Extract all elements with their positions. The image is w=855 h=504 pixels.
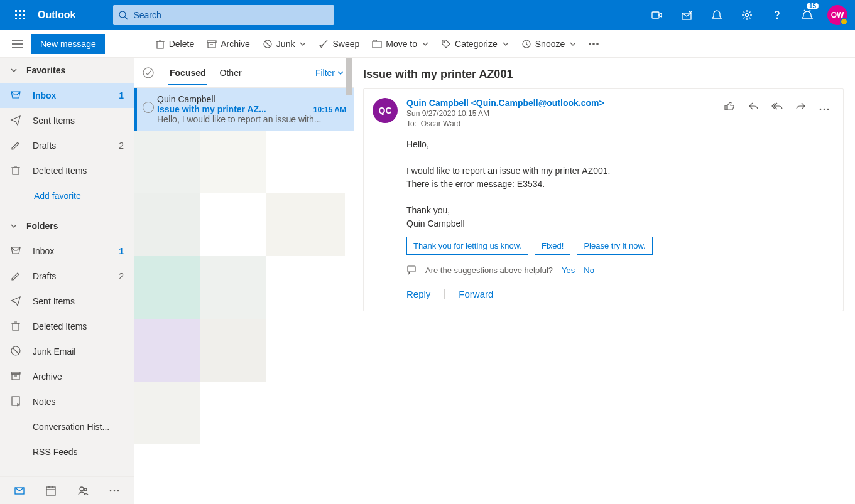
svg-point-51	[824, 108, 825, 110]
app-launcher-icon[interactable]	[5, 0, 35, 30]
svg-point-44	[84, 488, 87, 491]
suggested-reply-button[interactable]: Thank you for letting us know.	[406, 237, 528, 255]
svg-rect-8	[23, 18, 25, 19]
favorites-header[interactable]: Favorites	[0, 58, 134, 83]
help-icon[interactable]	[762, 0, 792, 30]
svg-rect-3	[15, 14, 17, 16]
svg-rect-4	[19, 14, 21, 16]
sender-avatar[interactable]: QC	[373, 98, 398, 123]
notifications-icon[interactable]	[702, 0, 732, 30]
calendar-module-icon[interactable]	[41, 485, 61, 496]
meet-now-badge: 15	[807, 3, 819, 9]
svg-point-13	[746, 14, 749, 17]
new-message-button[interactable]: New message	[31, 34, 105, 54]
message-subject: Issue with my printer AZ...	[157, 104, 308, 114]
nav-item-junk-email[interactable]: Junk Email	[0, 339, 134, 364]
account-avatar[interactable]: OW	[827, 5, 847, 25]
svg-rect-7	[19, 18, 21, 19]
svg-point-43	[80, 487, 84, 491]
svg-line-23	[265, 41, 270, 46]
svg-rect-11	[652, 12, 659, 18]
list-scrollbar[interactable]	[345, 58, 354, 504]
settings-icon[interactable]	[732, 0, 762, 30]
svg-point-47	[117, 490, 119, 491]
outlook-premium-icon[interactable]	[672, 0, 702, 30]
search-input[interactable]	[133, 10, 329, 20]
teams-call-icon[interactable]	[641, 0, 672, 30]
reading-pane: Issue with my printer AZ001 QC Quin Camp…	[354, 58, 855, 504]
nav-item-drafts[interactable]: Drafts2	[0, 133, 134, 158]
suggested-reply-button[interactable]: Please try it now.	[577, 237, 652, 255]
svg-rect-18	[157, 41, 163, 48]
svg-point-9	[119, 11, 126, 18]
archive-button[interactable]: Archive	[200, 30, 256, 58]
helpful-no-link[interactable]: No	[584, 265, 594, 275]
send-icon	[10, 114, 21, 127]
nav-item-archive[interactable]: Archive	[0, 364, 134, 389]
message-to: To: Oscar Ward	[406, 119, 712, 128]
message-body: Hello, I would like to report an issue w…	[406, 138, 832, 230]
snooze-button[interactable]: Snooze	[515, 30, 582, 58]
svg-point-25	[444, 41, 445, 43]
search-icon	[118, 10, 128, 20]
chevron-down-icon	[10, 67, 18, 74]
nav-item-drafts[interactable]: Drafts2	[0, 264, 134, 289]
nav-item-rss-feeds[interactable]: RSS Feeds	[0, 439, 134, 464]
svg-rect-35	[12, 374, 19, 380]
nav-item-label: Conversation Hist...	[33, 422, 109, 432]
reply-icon[interactable]	[745, 98, 761, 116]
suggested-reply-button[interactable]: Fixed!	[535, 237, 570, 255]
nav-item-sent-items[interactable]: Sent Items	[0, 108, 134, 133]
nav-item-inbox[interactable]: Inbox1	[0, 83, 134, 108]
svg-rect-5	[23, 14, 25, 16]
nav-item-sent-items[interactable]: Sent Items	[0, 289, 134, 314]
search-box[interactable]	[113, 5, 334, 25]
svg-rect-24	[373, 41, 381, 48]
reply-link[interactable]: Reply	[406, 289, 430, 299]
select-all-checkbox[interactable]	[142, 67, 155, 79]
add-favorite-link[interactable]: Add favorite	[0, 183, 134, 208]
nav-item-notes[interactable]: Notes	[0, 389, 134, 414]
nav-item-deleted-items[interactable]: Deleted Items	[0, 158, 134, 183]
app-brand[interactable]: Outlook	[38, 9, 75, 21]
nav-item-label: Deleted Items	[33, 166, 87, 176]
hamburger-icon[interactable]	[5, 30, 30, 58]
filter-button[interactable]: Filter	[315, 68, 344, 78]
junk-button[interactable]: Junk	[256, 30, 313, 58]
feedback-icon	[406, 265, 417, 275]
nav-item-inbox[interactable]: Inbox1	[0, 239, 134, 264]
more-actions-icon[interactable]	[582, 30, 605, 58]
helpful-yes-link[interactable]: Yes	[562, 265, 575, 275]
tab-focused[interactable]: Focused	[168, 60, 207, 85]
chevron-down-icon	[570, 41, 576, 47]
note-icon	[10, 395, 21, 409]
meet-now-icon[interactable]: 15	[792, 0, 822, 30]
nav-item-conversation-hist-[interactable]: Conversation Hist...	[0, 414, 134, 439]
forward-icon[interactable]	[793, 98, 809, 116]
svg-point-46	[114, 490, 116, 491]
tab-other[interactable]: Other	[219, 60, 243, 85]
message-list-item[interactable]: Quin Campbell Issue with my printer AZ..…	[134, 88, 354, 131]
draft-icon	[10, 270, 21, 283]
svg-rect-6	[15, 18, 17, 19]
reply-all-icon[interactable]	[769, 98, 785, 116]
svg-rect-39	[46, 487, 55, 495]
move-to-button[interactable]: Move to	[366, 30, 435, 58]
svg-point-45	[110, 490, 112, 491]
folders-header[interactable]: Folders	[0, 213, 134, 239]
categorize-button[interactable]: Categorize	[435, 30, 515, 58]
mail-module-icon[interactable]	[9, 485, 30, 496]
sender-from-line[interactable]: Quin Campbell <Quin.Campbell@outlook.com…	[406, 98, 712, 108]
nav-item-label: Notes	[33, 397, 56, 407]
forward-link[interactable]: Forward	[459, 289, 493, 299]
svg-line-33	[13, 348, 19, 354]
nav-item-deleted-items[interactable]: Deleted Items	[0, 314, 134, 339]
like-icon[interactable]	[721, 98, 738, 116]
message-checkbox[interactable]	[139, 94, 157, 124]
svg-point-29	[597, 43, 599, 45]
delete-button[interactable]: Delete	[149, 30, 200, 58]
sweep-button[interactable]: Sweep	[312, 30, 366, 58]
more-message-actions-icon[interactable]	[817, 100, 832, 115]
more-modules-icon[interactable]	[104, 490, 124, 492]
people-module-icon[interactable]	[73, 485, 93, 496]
